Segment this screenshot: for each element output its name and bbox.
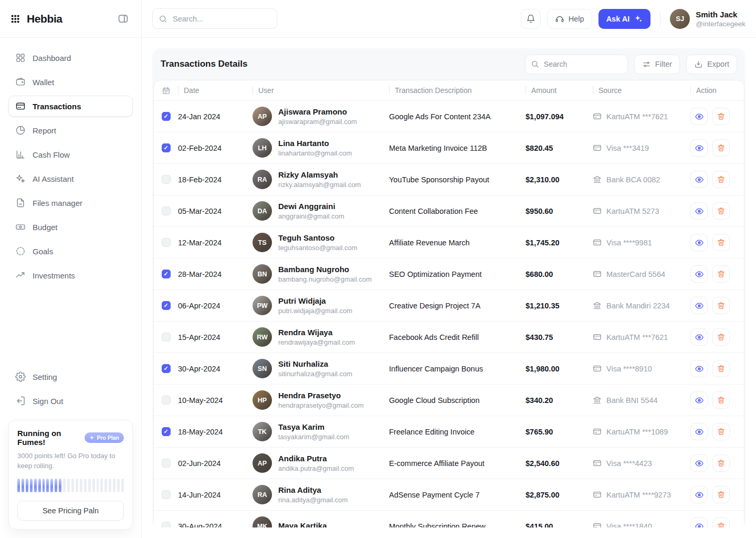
see-pricing-button[interactable]: See Pricing Paln: [17, 501, 124, 521]
row-checkbox[interactable]: [162, 459, 171, 468]
row-checkbox[interactable]: [162, 490, 171, 499]
sidebar-item-dashboard[interactable]: Dashboard: [8, 47, 133, 68]
row-checkbox[interactable]: ✓: [162, 427, 171, 436]
user-profile[interactable]: SJ Smith Jack @interfacegeek: [670, 9, 746, 29]
view-button[interactable]: [690, 423, 708, 440]
sparkle-icon: [89, 435, 94, 440]
source-label: Visa ****1840: [606, 522, 652, 528]
sidebar-item-wallet[interactable]: Wallet: [8, 71, 133, 92]
row-checkbox[interactable]: ✓: [162, 143, 171, 152]
user-name: Teguh Santoso: [278, 233, 358, 242]
avatar: PW: [253, 296, 272, 315]
sidebar-item-cash-flow[interactable]: Cash Flow: [8, 144, 133, 165]
view-button[interactable]: [690, 171, 708, 188]
column-header-source[interactable]: Source: [593, 80, 690, 100]
row-checkbox[interactable]: [162, 206, 171, 215]
view-button[interactable]: [690, 454, 708, 472]
sidebar-item-report[interactable]: Report: [8, 120, 133, 141]
transaction-amount: $415.00: [526, 522, 593, 528]
transaction-amount: $2,310.00: [526, 175, 593, 184]
divider: [660, 11, 660, 27]
transactions-table: Date User Transaction Description Amount…: [153, 80, 744, 527]
view-button[interactable]: [690, 328, 708, 346]
view-button[interactable]: [690, 486, 708, 503]
sparkles-icon: [634, 15, 643, 23]
delete-button[interactable]: [712, 486, 730, 503]
column-header-date[interactable]: Date: [178, 80, 253, 100]
dashboard-icon: [15, 53, 26, 63]
sidebar-item-setting[interactable]: Setting: [8, 366, 133, 387]
table-row: 10-May-2024 HP Hendra Prasetyo hendrapra…: [154, 384, 744, 416]
row-checkbox[interactable]: ✓: [162, 301, 171, 310]
row-checkbox[interactable]: ✓: [162, 364, 171, 373]
sidebar-item-budget[interactable]: Budget: [8, 216, 133, 237]
delete-button[interactable]: [712, 265, 730, 283]
column-header-action[interactable]: Action: [690, 80, 744, 100]
source-label: KartuATM ***1089: [606, 428, 668, 436]
row-checkbox[interactable]: ✓: [162, 270, 171, 278]
row-checkbox[interactable]: ✓: [162, 112, 171, 121]
global-search-input[interactable]: [152, 8, 277, 29]
row-checkbox[interactable]: [162, 396, 171, 405]
row-checkbox[interactable]: [162, 333, 171, 342]
user-email: rendrawijaya@gmail.com: [278, 338, 355, 346]
sidebar-item-sign-out[interactable]: Sign Out: [8, 390, 133, 411]
delete-button[interactable]: [712, 139, 730, 157]
table-row: ✓ 02-Feb-2024 LH Lina Hartanto linaharta…: [154, 132, 744, 163]
user-email: rina.aditya@gmail.com: [278, 496, 348, 504]
sidebar-item-ai-assistant[interactable]: AI Assistant: [8, 168, 133, 189]
column-header-description[interactable]: Transaction Description: [389, 80, 526, 100]
transaction-date: 24-Jan 2024: [178, 112, 253, 121]
user-email: tasyakarim@gmail.com: [278, 433, 349, 441]
delete-button[interactable]: [712, 202, 730, 220]
sidebar-item-goals[interactable]: Goals: [8, 241, 133, 262]
view-button[interactable]: [690, 391, 708, 409]
user-email: anggraini@gmail.com: [278, 212, 344, 220]
delete-button[interactable]: [712, 108, 730, 125]
delete-button[interactable]: [712, 360, 730, 377]
column-header-user[interactable]: User: [253, 80, 389, 100]
row-checkbox[interactable]: [162, 238, 171, 247]
help-button[interactable]: Help: [547, 9, 592, 29]
upgrade-title: Running on Fumes!: [17, 429, 80, 447]
avatar: TK: [253, 422, 272, 441]
sidebar-collapse-icon[interactable]: [115, 11, 131, 27]
view-button[interactable]: [690, 297, 708, 314]
delete-button[interactable]: [712, 328, 730, 346]
view-button[interactable]: [690, 360, 708, 377]
sidebar-item-investments[interactable]: Investments: [8, 265, 133, 286]
user-email: rizky.alamsyah@gmail.com: [278, 181, 361, 189]
credit-card-icon: [593, 270, 602, 278]
filter-button[interactable]: Filter: [634, 55, 680, 74]
delete-button[interactable]: [712, 234, 730, 251]
row-checkbox[interactable]: [162, 175, 171, 184]
filter-icon: [642, 60, 651, 69]
delete-button[interactable]: [712, 391, 730, 409]
delete-button[interactable]: [712, 423, 730, 440]
view-button[interactable]: [690, 518, 708, 527]
export-button[interactable]: Export: [686, 55, 737, 74]
table-row: ✓ 28-Mar-2024 BN Bambang Nugroho bambang…: [154, 258, 744, 289]
table-row: ✓ 18-May-2024 TK Tasya Karim tasyakarim@…: [154, 416, 744, 447]
delete-button[interactable]: [712, 297, 730, 314]
transactions-panel: Transactions Details Filter: [152, 48, 746, 527]
table-search-input[interactable]: [525, 55, 628, 74]
delete-button[interactable]: [712, 171, 730, 188]
view-button[interactable]: [690, 202, 708, 220]
transactions-icon: [15, 101, 26, 111]
sidebar-item-transactions[interactable]: Transactions: [8, 96, 133, 117]
delete-button[interactable]: [712, 518, 730, 527]
view-button[interactable]: [690, 234, 708, 251]
delete-button[interactable]: [712, 454, 730, 472]
source-label: Visa ****8910: [606, 365, 652, 373]
column-header-amount[interactable]: Amount: [526, 80, 593, 100]
notifications-button[interactable]: [521, 9, 541, 29]
table-row: 18-Feb-2024 RA Rizky Alamsyah rizky.alam…: [154, 163, 744, 195]
view-button[interactable]: [690, 265, 708, 283]
view-button[interactable]: [690, 139, 708, 157]
row-checkbox[interactable]: [162, 522, 171, 527]
sidebar-item-files-manager[interactable]: Files manager: [8, 192, 133, 213]
ask-ai-button[interactable]: Ask AI: [598, 9, 651, 29]
transaction-amount: $765.90: [526, 428, 593, 436]
view-button[interactable]: [690, 108, 708, 125]
